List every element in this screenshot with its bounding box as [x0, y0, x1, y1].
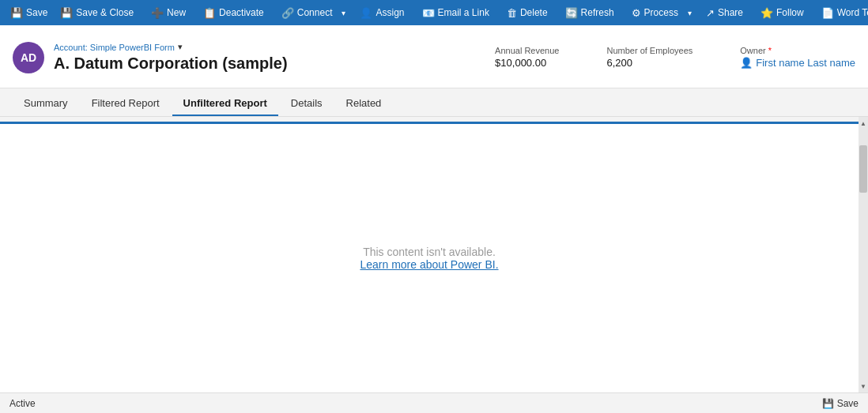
process-button[interactable]: ⚙ Process	[626, 5, 684, 21]
tab-unfiltered-report[interactable]: Unfiltered Report	[172, 92, 278, 116]
email-icon: 📧	[422, 7, 435, 19]
save-button[interactable]: 💾 Save	[5, 5, 53, 21]
unavailable-text: This content isn't available.	[363, 246, 496, 258]
share-icon: ↗	[706, 7, 715, 19]
num-employees-label: Number of Employees	[606, 46, 693, 55]
follow-icon: ⭐	[760, 7, 773, 19]
tab-related[interactable]: Related	[335, 92, 393, 116]
breadcrumb-link[interactable]: Account: Simple PowerBI Form	[54, 43, 175, 52]
status-bar: Active 💾 Save	[0, 392, 868, 413]
powerbi-placeholder: This content isn't available. Learn more…	[0, 124, 859, 392]
status-text: Active	[9, 398, 36, 409]
share-button[interactable]: ↗ Share	[700, 5, 749, 21]
connect-dropdown-arrow[interactable]: ▾	[339, 6, 348, 20]
tab-filtered-report[interactable]: Filtered Report	[81, 92, 171, 116]
entity-info: Account: Simple PowerBI Form ▾ A. Datum …	[54, 42, 495, 73]
follow-button[interactable]: ⭐ Follow	[755, 5, 810, 21]
scrollbar-thumb[interactable]	[859, 145, 867, 193]
annual-revenue-field: Annual Revenue $10,000.00	[495, 46, 559, 69]
email-link-button[interactable]: 📧 Email a Link	[417, 5, 495, 21]
tabs-bar: Summary Filtered Report Unfiltered Repor…	[0, 88, 868, 117]
word-templates-icon: 📄	[821, 7, 834, 19]
scrollbar-track[interactable]	[859, 130, 868, 380]
owner-required-star: *	[768, 46, 772, 55]
delete-button[interactable]: 🗑 Delete	[501, 5, 553, 21]
deactivate-icon: 📋	[203, 7, 216, 19]
save-close-button[interactable]: 💾 Save & Close	[55, 5, 139, 21]
annual-revenue-value[interactable]: $10,000.00	[495, 57, 559, 69]
deactivate-button[interactable]: 📋 Deactivate	[198, 5, 270, 21]
main-content: This content isn't available. Learn more…	[0, 117, 868, 392]
scrollbar[interactable]: ▲ ▼	[859, 117, 868, 392]
connect-icon: 🔗	[281, 7, 294, 19]
annual-revenue-label: Annual Revenue	[495, 46, 559, 55]
learn-more-link[interactable]: Learn more about Power BI.	[360, 258, 498, 271]
tab-summary[interactable]: Summary	[13, 92, 79, 116]
assign-button[interactable]: 👤 Assign	[354, 5, 409, 21]
tab-details[interactable]: Details	[280, 92, 334, 116]
process-icon: ⚙	[632, 7, 641, 19]
person-icon: 👤	[740, 57, 753, 69]
owner-label: Owner *	[740, 46, 855, 55]
scrollbar-down-arrow[interactable]: ▼	[859, 380, 868, 392]
word-templates-button[interactable]: 📄 Word Templates	[816, 5, 868, 21]
owner-value-link[interactable]: 👤 First name Last name	[740, 57, 855, 69]
connect-button[interactable]: 🔗 Connect	[276, 5, 338, 21]
refresh-icon: 🔄	[565, 7, 578, 19]
entity-name: A. Datum Corporation (sample)	[54, 54, 495, 73]
process-dropdown-arrow[interactable]: ▾	[685, 6, 694, 20]
num-employees-field: Number of Employees 6,200	[606, 46, 693, 69]
avatar: AD	[13, 42, 44, 73]
status-save-icon: 💾	[822, 398, 834, 409]
refresh-button[interactable]: 🔄 Refresh	[560, 5, 620, 21]
owner-field: Owner * 👤 First name Last name	[740, 46, 855, 69]
save-close-icon: 💾	[60, 7, 73, 19]
new-icon: ➕	[151, 7, 164, 19]
save-icon: 💾	[10, 7, 23, 19]
content-area: This content isn't available. Learn more…	[0, 122, 859, 392]
assign-icon: 👤	[360, 7, 372, 19]
new-button[interactable]: ➕ New	[145, 5, 191, 21]
toolbar: 💾 Save 💾 Save & Close ➕ New 📋 Deactivate…	[0, 0, 868, 25]
status-save-button[interactable]: 💾 Save	[822, 398, 859, 409]
entity-fields: Annual Revenue $10,000.00 Number of Empl…	[495, 46, 855, 69]
delete-icon: 🗑	[507, 7, 517, 19]
breadcrumb: Account: Simple PowerBI Form ▾	[54, 42, 495, 52]
entity-header: AD Account: Simple PowerBI Form ▾ A. Dat…	[0, 25, 868, 88]
scrollbar-up-arrow[interactable]: ▲	[859, 117, 868, 130]
breadcrumb-arrow: ▾	[178, 42, 183, 52]
num-employees-value[interactable]: 6,200	[606, 57, 693, 69]
